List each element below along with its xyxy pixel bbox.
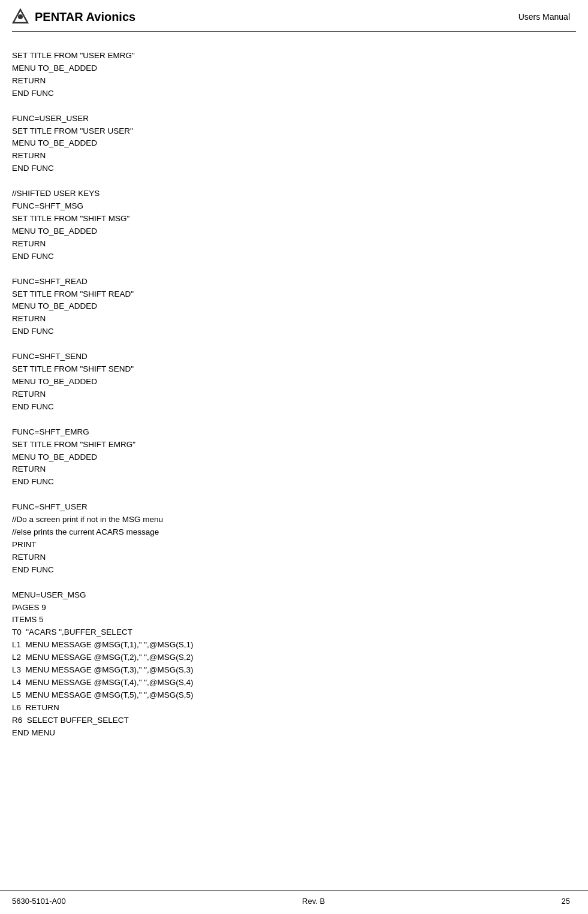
- manual-label: Users Manual: [518, 12, 570, 22]
- footer-part-number: 5630-5101-A00: [12, 897, 66, 906]
- svg-point-1: [18, 14, 23, 19]
- code-content: SET TITLE FROM "USER EMRG" MENU TO_BE_AD…: [12, 50, 570, 740]
- logo-icon: [12, 8, 29, 25]
- main-content: SET TITLE FROM "USER EMRG" MENU TO_BE_AD…: [0, 32, 588, 776]
- page-footer: 5630-5101-A00 Rev. B 25: [0, 890, 588, 914]
- logo-text: PENTAR Avionics: [35, 10, 135, 24]
- footer-revision: Rev. B: [302, 897, 325, 906]
- footer-page-number: 25: [562, 897, 570, 906]
- page-header: PENTAR Avionics Users Manual: [0, 0, 588, 31]
- logo-area: PENTAR Avionics: [12, 8, 135, 25]
